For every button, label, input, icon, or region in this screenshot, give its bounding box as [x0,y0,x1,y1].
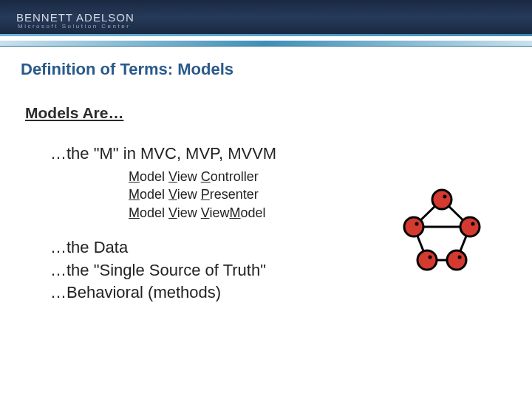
bullet-m-in-mvc: …the "M" in MVC, MVP, MVVM [50,144,532,163]
svg-point-7 [404,217,423,236]
mvc-m-rest: odel [140,169,168,184]
svg-point-6 [432,190,451,209]
graph-diagram-icon [398,186,486,275]
blue-band [0,41,532,47]
header-bar: BENNETT ADELSON Microsoft Solution Cente… [0,0,532,34]
mvvm-m2-rest: odel [240,205,265,220]
mvc-c-rest: ontroller [211,169,259,184]
svg-point-13 [471,222,475,226]
mvp-v: V [168,187,177,202]
slide-title: Definition of Terms: Models [0,47,532,79]
mvp-p-rest: resenter [210,187,259,202]
mvc-m: M [129,169,140,184]
expansion-mvc: Model View Controller [129,168,532,185]
mvvm-v: V [168,205,177,220]
mvvm-v2-rest: iew [209,205,229,220]
mvvm-m: M [129,205,140,220]
svg-point-15 [458,256,462,259]
mvc-c: C [201,169,211,184]
mvvm-m-rest: odel [140,205,168,220]
svg-point-10 [447,250,466,270]
mvp-m-rest: odel [140,187,168,202]
sub-heading: Models Are… [25,104,532,122]
svg-point-14 [429,256,432,259]
bullet-behavioral: …Behavioral (methods) [50,282,532,304]
svg-point-8 [460,217,480,236]
mvp-v-rest: iew [177,187,201,202]
brand-logo: BENNETT ADELSON [16,11,134,24]
svg-point-12 [415,222,419,226]
mvp-m: M [129,187,140,202]
mvvm-v-rest: iew [177,205,201,220]
svg-point-11 [443,195,447,199]
mvc-v: V [168,169,177,184]
mvp-p: P [201,187,210,202]
svg-point-9 [417,250,437,270]
mvvm-v2: V [201,205,210,220]
brand-subtitle: Microsoft Solution Center [18,23,130,30]
mvvm-m2: M [229,205,240,220]
mvc-v-rest: iew [177,169,201,184]
